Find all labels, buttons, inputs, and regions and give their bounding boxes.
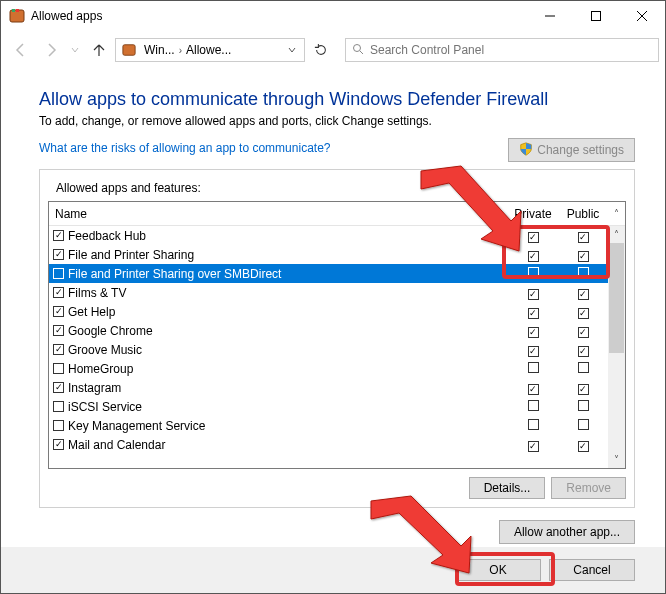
scroll-down-button[interactable]: ˅ (608, 451, 625, 468)
checkbox[interactable]: ✓ (528, 308, 539, 319)
checkbox[interactable]: ✓ (53, 287, 64, 298)
forward-button[interactable] (37, 36, 65, 64)
checkbox[interactable] (53, 401, 64, 412)
scroll-thumb[interactable] (609, 243, 624, 353)
checkbox[interactable]: ✓ (578, 327, 589, 338)
allowed-apps-group: Allowed apps and features: Name Private … (39, 169, 635, 508)
ok-button[interactable]: OK (455, 559, 541, 581)
checkbox[interactable]: ✓ (528, 251, 539, 262)
col-header-name[interactable]: Name (49, 207, 508, 221)
checkbox[interactable] (578, 362, 589, 373)
row-public (558, 267, 608, 281)
checkbox[interactable] (578, 267, 589, 278)
search-box[interactable] (345, 38, 659, 62)
minimize-button[interactable] (527, 1, 573, 31)
list-row[interactable]: ✓File and Printer Sharing✓✓ (49, 245, 625, 264)
checkbox[interactable]: ✓ (578, 441, 589, 452)
list-row[interactable]: ✓Feedback Hub✓✓ (49, 226, 625, 245)
list-row[interactable]: ✓Google Chrome✓✓ (49, 321, 625, 340)
breadcrumb-1[interactable]: Win... (140, 43, 179, 57)
list-row[interactable]: File and Printer Sharing over SMBDirect (49, 264, 625, 283)
row-private: ✓ (508, 324, 558, 338)
list-row[interactable]: Key Management Service (49, 416, 625, 435)
checkbox[interactable]: ✓ (53, 382, 64, 393)
checkbox[interactable] (53, 363, 64, 374)
row-public (558, 400, 608, 414)
list-row[interactable]: ✓Groove Music✓✓ (49, 340, 625, 359)
address-dropdown[interactable] (282, 39, 302, 61)
address-bar[interactable]: Win... › Allowe... (115, 38, 305, 62)
row-private: ✓ (508, 381, 558, 395)
risks-link[interactable]: What are the risks of allowing an app to… (39, 141, 330, 155)
checkbox[interactable]: ✓ (578, 384, 589, 395)
change-settings-label: Change settings (537, 143, 624, 157)
checkbox[interactable]: ✓ (578, 251, 589, 262)
checkbox[interactable] (53, 420, 64, 431)
checkbox[interactable]: ✓ (53, 230, 64, 241)
checkbox[interactable]: ✓ (53, 439, 64, 450)
content-area: Allow apps to communicate through Window… (1, 69, 665, 544)
checkbox[interactable]: ✓ (53, 249, 64, 260)
checkbox[interactable]: ✓ (528, 327, 539, 338)
breadcrumb-2[interactable]: Allowe... (182, 43, 235, 57)
row-private: ✓ (508, 305, 558, 319)
list-row[interactable]: ✓Get Help✓✓ (49, 302, 625, 321)
allow-another-app-button[interactable]: Allow another app... (499, 520, 635, 544)
page-heading: Allow apps to communicate through Window… (39, 89, 635, 110)
checkbox[interactable] (578, 400, 589, 411)
scroll-up-button[interactable]: ˄ (608, 226, 625, 243)
remove-button[interactable]: Remove (551, 477, 626, 499)
search-icon (352, 41, 364, 59)
checkbox[interactable]: ✓ (528, 232, 539, 243)
col-header-private[interactable]: Private (508, 207, 558, 221)
recent-dropdown[interactable] (67, 36, 83, 64)
back-button[interactable] (7, 36, 35, 64)
col-header-public[interactable]: Public (558, 207, 608, 221)
checkbox[interactable] (578, 419, 589, 430)
checkbox[interactable] (528, 419, 539, 430)
checkbox[interactable]: ✓ (528, 441, 539, 452)
checkbox[interactable] (528, 362, 539, 373)
checkbox[interactable]: ✓ (578, 289, 589, 300)
checkbox[interactable]: ✓ (578, 232, 589, 243)
checkbox[interactable]: ✓ (578, 346, 589, 357)
row-name: HomeGroup (68, 362, 508, 376)
checkbox[interactable]: ✓ (53, 344, 64, 355)
refresh-button[interactable] (307, 38, 335, 62)
list-row[interactable]: iSCSI Service (49, 397, 625, 416)
list-row[interactable]: HomeGroup (49, 359, 625, 378)
checkbox[interactable] (53, 268, 64, 279)
up-button[interactable] (85, 36, 113, 64)
maximize-button[interactable] (573, 1, 619, 31)
apps-list: Name Private Public ˄ ✓Feedback Hub✓✓✓Fi… (48, 201, 626, 469)
details-button[interactable]: Details... (469, 477, 546, 499)
list-row[interactable]: ✓Instagram✓✓ (49, 378, 625, 397)
col-header-scroll[interactable]: ˄ (608, 208, 625, 219)
checkbox[interactable]: ✓ (528, 384, 539, 395)
search-input[interactable] (368, 42, 652, 58)
list-body[interactable]: ✓Feedback Hub✓✓✓File and Printer Sharing… (49, 226, 625, 468)
row-private (508, 400, 558, 414)
change-settings-button[interactable]: Change settings (508, 138, 635, 162)
checkbox[interactable]: ✓ (528, 289, 539, 300)
list-row[interactable]: ✓Films & TV✓✓ (49, 283, 625, 302)
close-button[interactable] (619, 1, 665, 31)
checkbox[interactable] (528, 267, 539, 278)
row-public (558, 362, 608, 376)
row-public: ✓ (558, 381, 608, 395)
checkbox[interactable]: ✓ (53, 306, 64, 317)
row-public: ✓ (558, 324, 608, 338)
nav-bar: Win... › Allowe... (1, 31, 665, 69)
checkbox[interactable] (528, 400, 539, 411)
row-public: ✓ (558, 343, 608, 357)
svg-point-8 (354, 45, 361, 52)
checkbox[interactable]: ✓ (53, 325, 64, 336)
scrollbar[interactable]: ˄ ˅ (608, 226, 625, 468)
row-public (558, 419, 608, 433)
row-name: Key Management Service (68, 419, 508, 433)
cancel-button[interactable]: Cancel (549, 559, 635, 581)
checkbox[interactable]: ✓ (578, 308, 589, 319)
svg-line-9 (360, 51, 363, 54)
list-row[interactable]: ✓Mail and Calendar✓✓ (49, 435, 625, 454)
checkbox[interactable]: ✓ (528, 346, 539, 357)
